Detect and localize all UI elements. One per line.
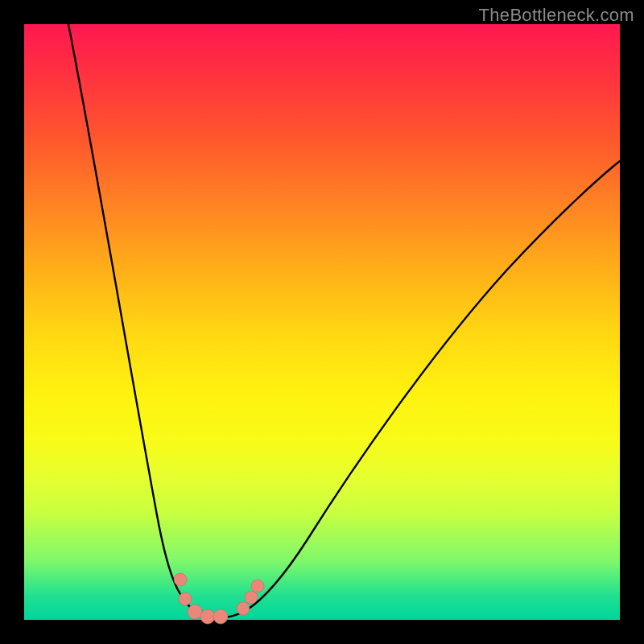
chart-svg <box>24 24 620 620</box>
data-marker <box>237 602 250 615</box>
marker-group <box>174 573 264 624</box>
chart-plot-area <box>24 24 620 620</box>
chart-frame: TheBottleneck.com <box>0 0 644 644</box>
data-marker <box>213 609 228 624</box>
data-marker <box>174 573 187 586</box>
data-marker <box>188 605 202 619</box>
data-marker <box>251 580 264 592</box>
watermark-text: TheBottleneck.com <box>479 5 634 26</box>
curve-group <box>68 24 620 618</box>
curve-left-branch <box>68 24 216 618</box>
curve-right-branch <box>216 161 620 618</box>
data-marker <box>179 592 192 605</box>
data-marker <box>200 609 215 624</box>
data-marker <box>245 591 258 604</box>
